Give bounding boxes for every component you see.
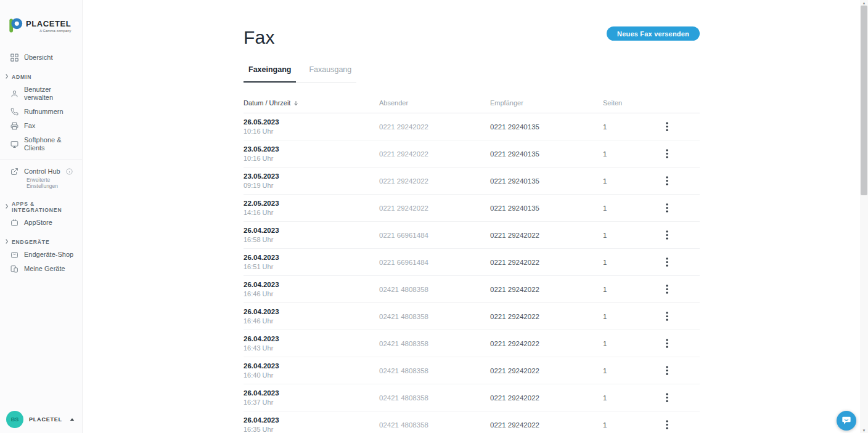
brand-name: PLACETEL [26, 20, 71, 28]
scroll-up-arrow[interactable]: ▲ [860, 0, 868, 6]
fax-recipient: 0221 29242022 [490, 421, 603, 429]
scrollbar-thumb[interactable] [861, 6, 867, 195]
fax-pages: 1 [603, 313, 660, 320]
monitor-icon [10, 140, 18, 148]
cell-datetime: 26.04.2023 16:43 Uhr [244, 335, 379, 352]
row-menu-button[interactable] [660, 363, 674, 379]
fax-recipient: 0221 29242022 [490, 340, 603, 347]
column-header-absender[interactable]: Absender [379, 99, 490, 107]
row-menu-button[interactable] [660, 281, 674, 297]
caret-up-icon [70, 418, 75, 421]
column-header-empfaenger[interactable]: Empfänger [490, 99, 603, 107]
phone-icon [10, 108, 18, 116]
fax-row[interactable]: 26.04.2023 16:51 Uhr 0221 66961484 0221 … [244, 249, 700, 276]
fax-date: 26.05.2023 [244, 118, 379, 126]
grid-icon [10, 54, 18, 62]
sidebar-item-fax[interactable]: Fax [0, 119, 82, 133]
row-menu-button[interactable] [660, 336, 674, 352]
fax-row[interactable]: 26.04.2023 16:46 Uhr 02421 4808358 0221 … [244, 303, 700, 330]
avatar: BS [6, 411, 23, 428]
scroll-down-arrow[interactable]: ▼ [860, 427, 868, 433]
sort-desc-icon [293, 100, 299, 107]
fax-recipient: 0221 29240135 [490, 177, 603, 185]
column-header-datum[interactable]: Datum / Uhrzeit [244, 99, 379, 107]
sidebar-item-softphone-clients[interactable]: Softphone & Clients [0, 133, 82, 155]
sidebar-divider [0, 160, 82, 160]
sidebar-section-apps-integrationen[interactable]: APPS & INTEGRATIONEN [0, 198, 82, 216]
sidebar-item-endgeraete-shop[interactable]: Endgeräte-Shop [0, 248, 82, 262]
fax-row[interactable]: 26.04.2023 16:35 Uhr 02421 4808358 0221 … [244, 411, 700, 433]
fax-row[interactable]: 26.04.2023 16:46 Uhr 02421 4808358 0221 … [244, 276, 700, 303]
chat-launcher-button[interactable] [837, 411, 856, 431]
fax-row[interactable]: 26.04.2023 16:58 Uhr 0221 66961484 0221 … [244, 222, 700, 249]
cell-datetime: 26.04.2023 16:46 Uhr [244, 281, 379, 298]
fax-pages: 1 [603, 204, 660, 212]
fax-tabs: Faxeingang Faxausgang [244, 60, 356, 83]
fax-recipient: 0221 29240135 [490, 123, 603, 131]
fax-table: Datum / Uhrzeit Absender Empfänger Seite… [244, 99, 700, 433]
sidebar-item-label: Benutzer verwalten [24, 86, 78, 102]
row-menu-button[interactable] [660, 200, 674, 216]
cell-datetime: 26.04.2023 16:35 Uhr [244, 416, 379, 433]
fax-sender: 02421 4808358 [379, 367, 490, 374]
row-menu-button[interactable] [660, 390, 674, 406]
sidebar-item-meine-geraete[interactable]: Meine Geräte [0, 262, 82, 276]
sidebar-section-admin[interactable]: ADMIN [0, 71, 82, 83]
fax-time: 16:58 Uhr [244, 236, 379, 244]
cell-datetime: 26.04.2023 16:46 Uhr [244, 308, 379, 325]
row-menu-button[interactable] [660, 254, 674, 270]
control-hub-sublabel[interactable]: Erweiterte Einstellungen [0, 177, 82, 192]
fax-row[interactable]: 22.05.2023 14:16 Uhr 0221 29242022 0221 … [244, 195, 700, 222]
fax-date: 26.04.2023 [244, 254, 379, 262]
fax-time: 14:16 Uhr [244, 209, 379, 217]
fax-pages: 1 [603, 232, 660, 239]
fax-sender: 02421 4808358 [379, 286, 490, 293]
row-menu-button[interactable] [660, 173, 674, 189]
sidebar-item-rufnummern[interactable]: Rufnummern [0, 105, 82, 119]
account-switcher[interactable]: BS PLACETEL [0, 406, 82, 433]
vertical-scrollbar[interactable]: ▲ ▼ [860, 0, 868, 433]
sidebar-item-label: Meine Geräte [24, 265, 65, 273]
fax-page: Fax Neues Fax versenden Faxeingang Faxau… [244, 0, 700, 433]
fax-time: 16:35 Uhr [244, 426, 379, 433]
sidebar-item-benutzer-verwalten[interactable]: Benutzer verwalten [0, 83, 82, 105]
fax-row[interactable]: 26.04.2023 16:40 Uhr 02421 4808358 0221 … [244, 357, 700, 384]
fax-time: 09:19 Uhr [244, 182, 379, 190]
row-menu-button[interactable] [660, 309, 674, 325]
fax-time: 16:40 Uhr [244, 371, 379, 379]
chevron-right-icon [5, 239, 9, 245]
fax-pages: 1 [603, 286, 660, 293]
tab-faxeingang[interactable]: Faxeingang [244, 60, 296, 83]
sidebar-item-uebersicht[interactable]: Übersicht [0, 51, 82, 65]
fax-row[interactable]: 26.04.2023 16:43 Uhr 02421 4808358 0221 … [244, 330, 700, 357]
tab-faxausgang[interactable]: Faxausgang [304, 60, 356, 83]
fax-row[interactable]: 26.05.2023 10:16 Uhr 0221 29242022 0221 … [244, 113, 700, 140]
chat-bubble-icon [841, 415, 851, 427]
row-menu-button[interactable] [660, 146, 674, 162]
fax-date: 23.05.2023 [244, 172, 379, 180]
row-menu-button[interactable] [660, 227, 674, 243]
row-menu-button[interactable] [660, 417, 674, 433]
cell-datetime: 26.04.2023 16:51 Uhr [244, 254, 379, 271]
fax-recipient: 0221 29242022 [490, 286, 603, 293]
sidebar-item-appstore[interactable]: AppStore [0, 216, 82, 230]
column-header-seiten[interactable]: Seiten [603, 99, 660, 107]
external-link-icon [10, 168, 18, 176]
sidebar-item-label: Softphone & Clients [24, 136, 78, 152]
fax-recipient: 0221 29242022 [490, 394, 603, 402]
shop-icon [10, 251, 18, 259]
fax-date: 23.05.2023 [244, 145, 379, 153]
placetel-logo[interactable]: PLACETEL A Gamma company [9, 17, 71, 36]
fax-sender: 0221 29242022 [379, 177, 490, 185]
row-menu-button[interactable] [660, 119, 674, 135]
fax-recipient: 0221 29242022 [490, 313, 603, 320]
brand-tagline: A Gamma company [39, 29, 71, 33]
fax-row[interactable]: 26.04.2023 16:37 Uhr 02421 4808358 0221 … [244, 384, 700, 411]
fax-row[interactable]: 23.05.2023 10:16 Uhr 0221 29242022 0221 … [244, 140, 700, 168]
fax-row[interactable]: 23.05.2023 09:19 Uhr 0221 29242022 0221 … [244, 168, 700, 195]
sidebar-section-endgeraete[interactable]: ENDGERÄTE [0, 237, 82, 248]
fax-date: 26.04.2023 [244, 362, 379, 370]
new-fax-button[interactable]: Neues Fax versenden [607, 26, 700, 41]
fax-time: 16:46 Uhr [244, 317, 379, 325]
sidebar-item-label: Control Hub [24, 168, 60, 176]
